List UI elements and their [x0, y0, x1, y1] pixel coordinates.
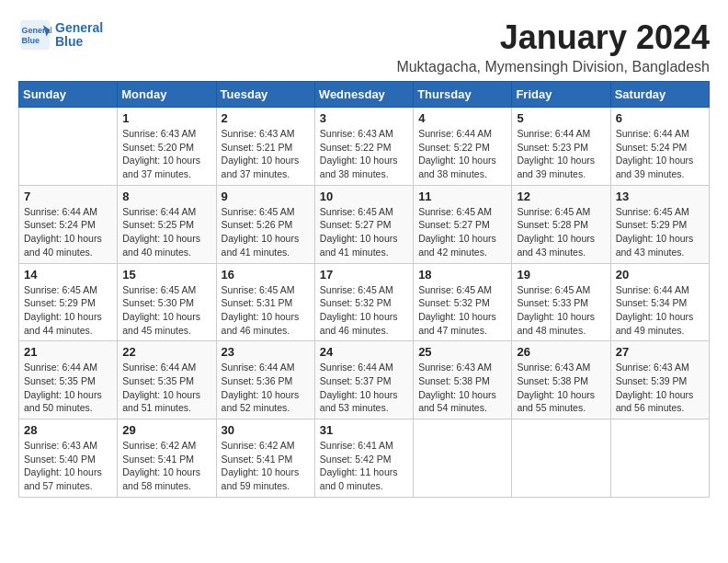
calendar-cell: 19Sunrise: 6:45 AM Sunset: 5:33 PM Dayli… [512, 263, 610, 341]
day-info: Sunrise: 6:43 AM Sunset: 5:22 PM Dayligh… [320, 127, 408, 181]
day-info: Sunrise: 6:43 AM Sunset: 5:21 PM Dayligh… [222, 127, 310, 181]
day-number: 19 [517, 268, 605, 282]
calendar-cell: 17Sunrise: 6:45 AM Sunset: 5:32 PM Dayli… [314, 263, 413, 341]
day-info: Sunrise: 6:44 AM Sunset: 5:24 PM Dayligh… [24, 205, 112, 259]
calendar-cell: 9Sunrise: 6:45 AM Sunset: 5:26 PM Daylig… [216, 185, 314, 263]
calendar-cell: 20Sunrise: 6:44 AM Sunset: 5:34 PM Dayli… [610, 263, 709, 341]
day-info: Sunrise: 6:45 AM Sunset: 5:28 PM Dayligh… [517, 205, 605, 259]
calendar-cell [512, 419, 610, 498]
day-info: Sunrise: 6:45 AM Sunset: 5:30 PM Dayligh… [122, 283, 210, 338]
day-number: 5 [517, 111, 605, 125]
day-info: Sunrise: 6:44 AM Sunset: 5:37 PM Dayligh… [320, 361, 408, 415]
day-info: Sunrise: 6:41 AM Sunset: 5:42 PM Dayligh… [320, 439, 408, 493]
calendar-cell: 29Sunrise: 6:42 AM Sunset: 5:41 PM Dayli… [118, 419, 216, 498]
day-info: Sunrise: 6:42 AM Sunset: 5:41 PM Dayligh… [222, 439, 310, 493]
column-header-saturday: Saturday [610, 82, 709, 108]
calendar-cell: 22Sunrise: 6:44 AM Sunset: 5:35 PM Dayli… [118, 341, 216, 419]
day-number: 11 [418, 190, 506, 203]
calendar-cell: 11Sunrise: 6:45 AM Sunset: 5:27 PM Dayli… [414, 185, 512, 263]
week-row-5: 28Sunrise: 6:43 AM Sunset: 5:40 PM Dayli… [19, 419, 710, 498]
day-info: Sunrise: 6:43 AM Sunset: 5:20 PM Dayligh… [122, 127, 210, 181]
calendar-cell: 7Sunrise: 6:44 AM Sunset: 5:24 PM Daylig… [19, 185, 118, 263]
day-info: Sunrise: 6:44 AM Sunset: 5:35 PM Dayligh… [122, 361, 210, 415]
calendar-cell: 5Sunrise: 6:44 AM Sunset: 5:23 PM Daylig… [512, 108, 610, 186]
svg-text:Blue: Blue [22, 36, 40, 45]
day-info: Sunrise: 6:45 AM Sunset: 5:29 PM Dayligh… [616, 205, 704, 259]
day-number: 27 [616, 345, 704, 359]
day-info: Sunrise: 6:44 AM Sunset: 5:34 PM Dayligh… [616, 283, 704, 338]
column-header-wednesday: Wednesday [314, 82, 413, 108]
header: General Blue General Blue January 2024 M… [18, 18, 710, 75]
day-info: Sunrise: 6:44 AM Sunset: 5:24 PM Dayligh… [616, 127, 704, 181]
page-container: General Blue General Blue January 2024 M… [18, 18, 710, 498]
column-header-monday: Monday [118, 82, 216, 108]
logo-blue: Blue [55, 34, 83, 49]
day-info: Sunrise: 6:43 AM Sunset: 5:39 PM Dayligh… [616, 361, 704, 415]
calendar-cell: 31Sunrise: 6:41 AM Sunset: 5:42 PM Dayli… [314, 419, 413, 498]
day-info: Sunrise: 6:45 AM Sunset: 5:26 PM Dayligh… [222, 205, 310, 259]
calendar-cell: 30Sunrise: 6:42 AM Sunset: 5:41 PM Dayli… [216, 419, 314, 498]
day-number: 7 [24, 190, 112, 203]
calendar-cell: 25Sunrise: 6:43 AM Sunset: 5:38 PM Dayli… [414, 341, 512, 419]
day-number: 6 [616, 111, 704, 125]
calendar-cell: 12Sunrise: 6:45 AM Sunset: 5:28 PM Dayli… [512, 185, 610, 263]
day-number: 18 [418, 268, 506, 282]
day-info: Sunrise: 6:43 AM Sunset: 5:38 PM Dayligh… [418, 361, 506, 415]
calendar-cell: 23Sunrise: 6:44 AM Sunset: 5:36 PM Dayli… [216, 341, 314, 419]
day-number: 13 [616, 190, 704, 203]
title-section: January 2024 Muktagacha, Mymensingh Divi… [396, 18, 710, 75]
day-info: Sunrise: 6:43 AM Sunset: 5:38 PM Dayligh… [517, 361, 605, 415]
day-number: 17 [320, 268, 408, 282]
day-info: Sunrise: 6:45 AM Sunset: 5:31 PM Dayligh… [222, 283, 310, 338]
calendar-cell: 3Sunrise: 6:43 AM Sunset: 5:22 PM Daylig… [314, 108, 413, 186]
day-info: Sunrise: 6:45 AM Sunset: 5:29 PM Dayligh… [24, 283, 112, 338]
day-number: 8 [122, 190, 210, 203]
column-header-tuesday: Tuesday [216, 82, 314, 108]
day-info: Sunrise: 6:44 AM Sunset: 5:25 PM Dayligh… [122, 205, 210, 259]
column-header-sunday: Sunday [19, 82, 118, 108]
calendar-cell [414, 419, 512, 498]
calendar-cell [19, 108, 118, 186]
day-info: Sunrise: 6:45 AM Sunset: 5:32 PM Dayligh… [418, 283, 506, 338]
calendar-cell: 1Sunrise: 6:43 AM Sunset: 5:20 PM Daylig… [118, 108, 216, 186]
day-number: 3 [320, 111, 408, 125]
day-number: 1 [122, 111, 210, 125]
day-number: 9 [222, 190, 310, 203]
week-row-2: 7Sunrise: 6:44 AM Sunset: 5:24 PM Daylig… [19, 185, 710, 263]
calendar-cell: 10Sunrise: 6:45 AM Sunset: 5:27 PM Dayli… [314, 185, 413, 263]
day-info: Sunrise: 6:45 AM Sunset: 5:32 PM Dayligh… [320, 283, 408, 338]
day-number: 12 [517, 190, 605, 203]
calendar-header-row: SundayMondayTuesdayWednesdayThursdayFrid… [19, 82, 710, 108]
calendar-cell: 8Sunrise: 6:44 AM Sunset: 5:25 PM Daylig… [118, 185, 216, 263]
day-number: 16 [222, 268, 310, 282]
calendar-cell: 6Sunrise: 6:44 AM Sunset: 5:24 PM Daylig… [610, 108, 709, 186]
day-number: 14 [24, 268, 112, 282]
day-number: 15 [122, 268, 210, 282]
calendar-title: January 2024 [396, 18, 710, 57]
calendar-cell: 4Sunrise: 6:44 AM Sunset: 5:22 PM Daylig… [414, 108, 512, 186]
calendar-cell: 21Sunrise: 6:44 AM Sunset: 5:35 PM Dayli… [19, 341, 118, 419]
calendar-cell: 15Sunrise: 6:45 AM Sunset: 5:30 PM Dayli… [118, 263, 216, 341]
day-number: 30 [222, 423, 310, 437]
logo-general: General [55, 20, 103, 35]
day-info: Sunrise: 6:44 AM Sunset: 5:36 PM Dayligh… [222, 361, 310, 415]
calendar-cell: 27Sunrise: 6:43 AM Sunset: 5:39 PM Dayli… [610, 341, 709, 419]
calendar-cell [610, 419, 709, 498]
logo: General Blue General Blue [18, 18, 103, 52]
day-number: 23 [222, 345, 310, 359]
week-row-4: 21Sunrise: 6:44 AM Sunset: 5:35 PM Dayli… [19, 341, 710, 419]
day-number: 20 [616, 268, 704, 282]
day-number: 21 [24, 345, 112, 359]
calendar-table: SundayMondayTuesdayWednesdayThursdayFrid… [18, 81, 710, 498]
column-header-friday: Friday [512, 82, 610, 108]
day-info: Sunrise: 6:45 AM Sunset: 5:33 PM Dayligh… [517, 283, 605, 338]
day-number: 4 [418, 111, 506, 125]
week-row-1: 1Sunrise: 6:43 AM Sunset: 5:20 PM Daylig… [19, 108, 710, 186]
calendar-cell: 16Sunrise: 6:45 AM Sunset: 5:31 PM Dayli… [216, 263, 314, 341]
calendar-subtitle: Muktagacha, Mymensingh Division, Banglad… [396, 59, 710, 75]
day-number: 2 [222, 111, 310, 125]
calendar-cell: 26Sunrise: 6:43 AM Sunset: 5:38 PM Dayli… [512, 341, 610, 419]
calendar-cell: 14Sunrise: 6:45 AM Sunset: 5:29 PM Dayli… [19, 263, 118, 341]
column-header-thursday: Thursday [414, 82, 512, 108]
day-info: Sunrise: 6:44 AM Sunset: 5:23 PM Dayligh… [517, 127, 605, 181]
